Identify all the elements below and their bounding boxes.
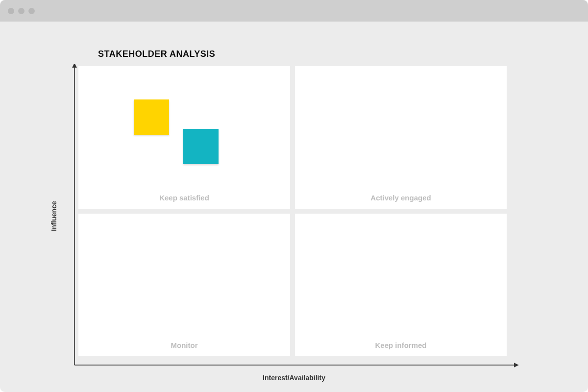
sticky-note-teal[interactable]: [183, 129, 219, 164]
quadrant-label: Monitor: [171, 341, 198, 349]
traffic-light-minimize-icon[interactable]: [18, 8, 24, 14]
traffic-light-zoom-icon[interactable]: [28, 8, 35, 14]
window-titlebar: [0, 0, 588, 22]
quadrant-grid: Keep satisfied Actively engaged Monitor …: [78, 66, 507, 356]
y-axis-label: Influence: [50, 201, 58, 231]
x-axis-label: Interest/Availability: [263, 374, 325, 382]
browser-window: Stakeholder Analysis Influence Interest/…: [0, 0, 588, 392]
stakeholder-matrix: Influence Interest/Availability Keep sat…: [69, 64, 519, 368]
quadrant-label: Keep informed: [375, 341, 426, 349]
quadrant-monitor[interactable]: Monitor: [78, 214, 290, 356]
quadrant-label: Actively engaged: [370, 194, 431, 202]
canvas-area: Stakeholder Analysis Influence Interest/…: [0, 22, 588, 392]
traffic-light-close-icon[interactable]: [8, 8, 14, 14]
quadrant-keep-satisfied[interactable]: Keep satisfied: [78, 66, 290, 209]
quadrant-actively-engaged[interactable]: Actively engaged: [295, 66, 507, 209]
sticky-note-yellow[interactable]: [134, 99, 169, 135]
quadrant-keep-informed[interactable]: Keep informed: [295, 214, 507, 356]
quadrant-label: Keep satisfied: [159, 194, 209, 202]
page-title: Stakeholder Analysis: [98, 49, 539, 59]
